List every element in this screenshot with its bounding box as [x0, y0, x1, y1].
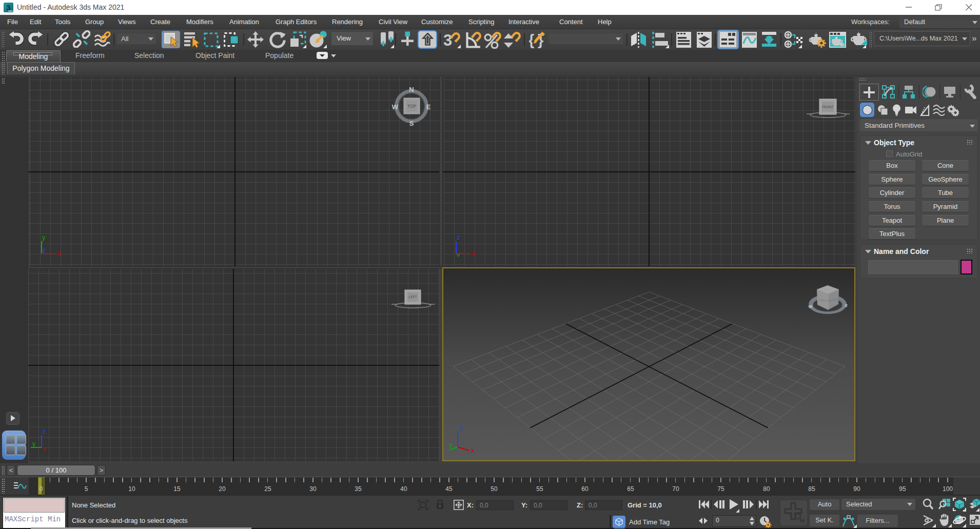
svg-text:S: S: [409, 120, 414, 127]
svg-text:E: E: [426, 103, 431, 111]
svg-text:y: y: [449, 441, 453, 448]
svg-text:N: N: [409, 86, 414, 93]
svg-text:z: z: [457, 233, 460, 241]
svg-text:y: y: [32, 440, 36, 447]
svg-text:y: y: [457, 251, 460, 257]
svg-text:W: W: [392, 103, 399, 111]
svg-text:LEFT: LEFT: [409, 295, 417, 299]
svg-text:x: x: [471, 446, 475, 453]
svg-text:3: 3: [443, 31, 452, 49]
svg-text:z: z: [459, 424, 462, 432]
svg-text:x: x: [57, 249, 61, 257]
svg-text:z: z: [42, 427, 46, 435]
svg-text:z: z: [43, 246, 46, 254]
svg-text:x: x: [472, 249, 476, 257]
svg-text:FRONT: FRONT: [822, 105, 833, 109]
svg-text:x: x: [43, 445, 46, 450]
svg-text:y: y: [42, 233, 46, 241]
svg-text:TOP: TOP: [407, 104, 417, 109]
svg-text:{: {: [529, 32, 534, 48]
